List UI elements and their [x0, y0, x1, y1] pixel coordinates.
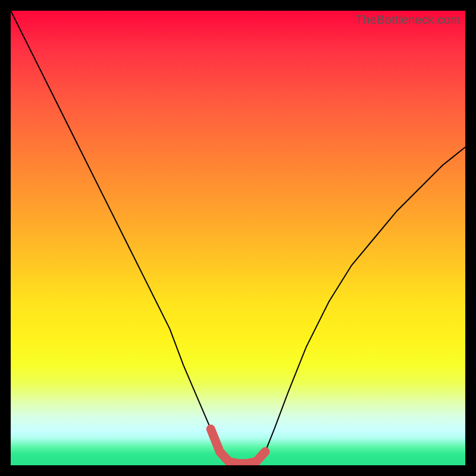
- bottleneck-curve: [11, 11, 465, 464]
- chart-overlay: [11, 11, 465, 465]
- plot-area: TheBottleneck.com: [11, 11, 465, 465]
- optimal-range-marker: [211, 429, 265, 464]
- chart-frame: TheBottleneck.com: [0, 0, 476, 476]
